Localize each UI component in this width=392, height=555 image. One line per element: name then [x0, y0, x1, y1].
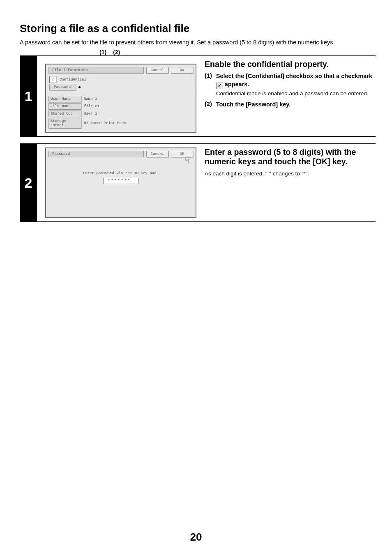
step-2-instructions: Enter a password (5 to 8 digits) with th…	[205, 144, 376, 221]
step-1: 1 (1) (2) File Information Cancel OK ✓ C…	[20, 55, 376, 137]
step-number: 1	[20, 56, 37, 136]
storage-format-key[interactable]: Storage Format	[48, 118, 81, 129]
file-information-panel: File Information Cancel OK ✓ Confidentia…	[45, 64, 196, 133]
instruction-heading: Enable the confidential property.	[205, 60, 376, 69]
callout-2: (2)	[113, 49, 120, 55]
confidential-checkbox[interactable]: ✓	[49, 76, 56, 83]
confidential-label: Confidential	[58, 77, 88, 83]
step-number: 2	[20, 144, 37, 221]
row-storage-format: Storage Format Hi-Speed Print Mode	[48, 118, 193, 129]
ok-button[interactable]: OK	[171, 67, 193, 74]
storage-format-val: Hi-Speed Print Mode	[81, 120, 129, 126]
intro-paragraph: A password can be set for the file to pr…	[20, 39, 376, 46]
step-2: 2 Password Cancel OK ☟ Enter password vi…	[20, 143, 376, 222]
substep-title: Touch the [Password] key.	[216, 101, 376, 109]
callout-1: (1)	[99, 49, 106, 55]
checkmark-icon: ✓	[216, 83, 223, 89]
cancel-button[interactable]: Cancel	[146, 151, 168, 157]
row-file-name: File Name file-01	[48, 103, 193, 110]
password-prompt: Enter password via the 10-Key pad.	[48, 171, 193, 175]
row-stored-to: Stored to: User 1	[48, 111, 193, 117]
step-1-instructions: Enable the confidential property. (1) Se…	[205, 56, 376, 136]
stored-to-val: User 1	[81, 111, 99, 117]
page-number: 20	[0, 531, 392, 543]
user-name-key[interactable]: User Name	[48, 96, 81, 102]
substep-2: (2) Touch the [Password] key.	[205, 101, 376, 109]
substep-number: (2)	[205, 101, 212, 109]
cancel-button[interactable]: Cancel	[146, 67, 168, 74]
separator	[48, 93, 193, 93]
substep-1: (1) Select the [Confidential] checkbox s…	[205, 72, 376, 97]
hand-pointer-icon: ☟	[185, 155, 190, 165]
panel-title: File Information	[48, 67, 144, 74]
stored-to-key[interactable]: Stored to:	[48, 111, 81, 117]
file-name-val: file-01	[81, 104, 102, 109]
password-button[interactable]: Password	[49, 84, 76, 90]
callout-labels: (1) (2)	[45, 49, 196, 55]
instruction-description: As each digit is entered, "-" changes to…	[205, 170, 376, 177]
user-name-val: Name 1	[81, 96, 99, 102]
password-panel: Password Cancel OK ☟ Enter password via …	[45, 147, 196, 218]
substep-title: Select the [Confidential] checkbox so th…	[216, 72, 376, 89]
instruction-heading: Enter a password (5 to 8 digits) with th…	[205, 147, 376, 167]
pointer-dot-icon	[78, 86, 81, 88]
file-name-key[interactable]: File Name	[48, 103, 81, 110]
row-user-name: User Name Name 1	[48, 96, 193, 102]
password-field[interactable]: *******-	[103, 178, 138, 184]
panel-title: Password	[48, 151, 144, 157]
section-heading: Storing a file as a confidential file	[20, 22, 376, 35]
substep-number: (1)	[205, 72, 212, 97]
substep-description: Confidential mode is enabled and a passw…	[216, 90, 376, 97]
